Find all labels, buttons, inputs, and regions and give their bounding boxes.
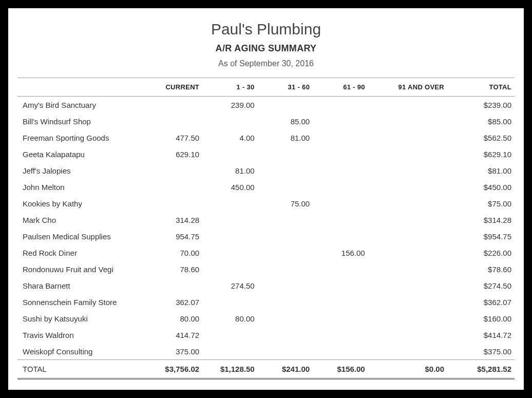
cell-91-over: [368, 212, 447, 228]
as-of-date: As of September 30, 2016: [17, 59, 515, 68]
table-row: Amy's Bird Sanctuary239.00$239.00: [17, 97, 515, 113]
cell-1-30: 239.00: [202, 97, 258, 113]
report-title: A/R AGING SUMMARY: [17, 43, 515, 54]
cell-current: [147, 162, 203, 179]
table-row: Paulsen Medical Supplies954.75$954.75: [17, 228, 515, 244]
cell-31-60: [258, 162, 313, 179]
cell-customer-name: Sushi by Katsuyuki: [17, 310, 147, 327]
cell-31-60: [258, 310, 313, 327]
cell-61-90: [313, 310, 368, 327]
col-header-current: CURRENT: [147, 78, 203, 97]
cell-61-90: [313, 146, 368, 162]
cell-current: [147, 179, 203, 195]
cell-total: $954.75: [447, 228, 515, 244]
cell-total: $629.10: [447, 146, 515, 162]
cell-current: 375.00: [147, 343, 203, 360]
cell-current: 414.72: [147, 327, 203, 343]
cell-91-over: [368, 261, 447, 277]
cell-customer-name: Mark Cho: [17, 212, 147, 228]
cell-customer-name: Amy's Bird Sanctuary: [17, 97, 147, 113]
cell-1-30: [202, 228, 258, 244]
cell-customer-name: Red Rock Diner: [17, 244, 147, 261]
cell-1-30: 80.00: [202, 310, 258, 327]
col-header-91-over: 91 AND OVER: [368, 78, 447, 97]
total-label: TOTAL: [17, 360, 147, 379]
table-row: Travis Waldron414.72$414.72: [17, 327, 515, 343]
col-header-61-90: 61 - 90: [313, 78, 368, 97]
table-row: Kookies by Kathy75.00$75.00: [17, 195, 515, 212]
cell-total: $274.50: [447, 277, 515, 294]
cell-total: $314.28: [447, 212, 515, 228]
cell-91-over: [368, 179, 447, 195]
cell-31-60: [258, 261, 313, 277]
cell-31-60: [258, 179, 313, 195]
cell-current: 629.10: [147, 146, 203, 162]
table-row: Sushi by Katsuyuki80.0080.00$160.00: [17, 310, 515, 327]
cell-91-over: [368, 228, 447, 244]
cell-91-over: [368, 310, 447, 327]
cell-customer-name: Jeff's Jalopies: [17, 162, 147, 179]
cell-91-over: [368, 113, 447, 129]
cell-total: $362.07: [447, 294, 515, 310]
cell-customer-name: John Melton: [17, 179, 147, 195]
cell-customer-name: Kookies by Kathy: [17, 195, 147, 212]
cell-61-90: [313, 162, 368, 179]
cell-current: 314.28: [147, 212, 203, 228]
col-header-name: [17, 78, 147, 97]
cell-current: [147, 97, 203, 113]
cell-customer-name: Shara Barnett: [17, 277, 147, 294]
cell-current: 78.60: [147, 261, 203, 277]
cell-1-30: [202, 294, 258, 310]
cell-current: [147, 113, 203, 129]
table-row: Bill's Windsurf Shop85.00$85.00: [17, 113, 515, 129]
cell-customer-name: Travis Waldron: [17, 327, 147, 343]
cell-total: $414.72: [447, 327, 515, 343]
table-row: Rondonuwu Fruit and Vegi78.60$78.60: [17, 261, 515, 277]
report-page: Paul's Plumbing A/R AGING SUMMARY As of …: [8, 8, 524, 390]
cell-61-90: [313, 113, 368, 129]
table-row: John Melton450.00$450.00: [17, 179, 515, 195]
report-header: Paul's Plumbing A/R AGING SUMMARY As of …: [17, 21, 515, 68]
cell-61-90: [313, 277, 368, 294]
cell-1-30: [202, 327, 258, 343]
cell-31-60: 81.00: [258, 129, 313, 146]
cell-1-30: [202, 146, 258, 162]
cell-61-90: [313, 343, 368, 360]
cell-91-over: [368, 97, 447, 113]
cell-total: $450.00: [447, 179, 515, 195]
cell-current: [147, 195, 203, 212]
total-91-over: $0.00: [368, 360, 447, 379]
cell-91-over: [368, 162, 447, 179]
cell-total: $562.50: [447, 129, 515, 146]
cell-31-60: [258, 97, 313, 113]
total-grand: $5,281.52: [447, 360, 515, 379]
cell-1-30: [202, 212, 258, 228]
cell-31-60: [258, 277, 313, 294]
cell-customer-name: Sonnenschein Family Store: [17, 294, 147, 310]
cell-total: $239.00: [447, 97, 515, 113]
cell-61-90: [313, 129, 368, 146]
table-row: Geeta Kalapatapu629.10$629.10: [17, 146, 515, 162]
table-row: Shara Barnett274.50$274.50: [17, 277, 515, 294]
cell-31-60: [258, 294, 313, 310]
cell-61-90: [313, 97, 368, 113]
cell-91-over: [368, 195, 447, 212]
cell-customer-name: Freeman Sporting Goods: [17, 129, 147, 146]
total-current: $3,756.02: [147, 360, 203, 379]
table-row: Mark Cho314.28$314.28: [17, 212, 515, 228]
table-header-row: CURRENT 1 - 30 31 - 60 61 - 90 91 AND OV…: [17, 78, 515, 97]
cell-current: 954.75: [147, 228, 203, 244]
cell-total: $226.00: [447, 244, 515, 261]
cell-1-30: [202, 343, 258, 360]
cell-61-90: 156.00: [313, 244, 368, 261]
cell-total: $160.00: [447, 310, 515, 327]
table-row: Freeman Sporting Goods477.504.0081.00$56…: [17, 129, 515, 146]
cell-61-90: [313, 195, 368, 212]
table-row: Weiskopf Consulting375.00$375.00: [17, 343, 515, 360]
cell-1-30: [202, 113, 258, 129]
aging-table: CURRENT 1 - 30 31 - 60 61 - 90 91 AND OV…: [17, 78, 515, 380]
cell-current: 362.07: [147, 294, 203, 310]
cell-91-over: [368, 327, 447, 343]
total-31-60: $241.00: [258, 360, 313, 379]
cell-31-60: [258, 327, 313, 343]
